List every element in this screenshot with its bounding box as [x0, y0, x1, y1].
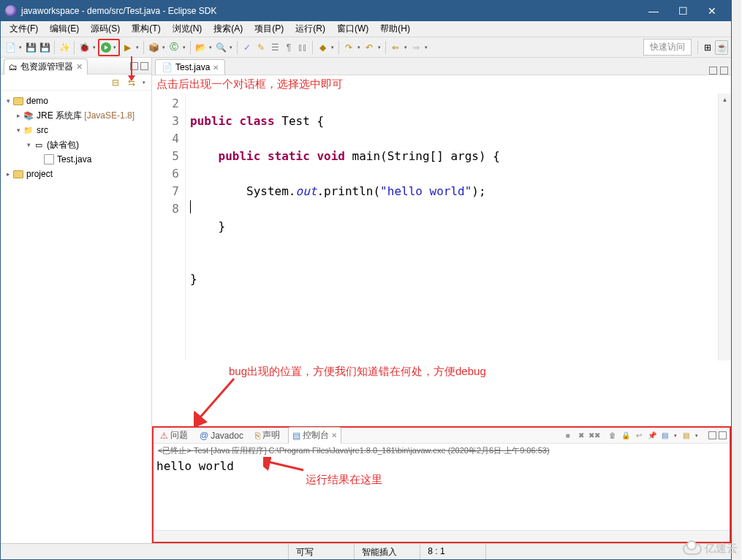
back-icon[interactable]: ⇐ — [389, 40, 402, 55]
package-explorer-tab[interactable]: 🗂 包资源管理器 ✕ — [4, 58, 88, 75]
code-editor[interactable]: 2345678 public class Test { public stati… — [152, 94, 731, 360]
java-file-icon — [43, 154, 55, 165]
annotation-arrow-to-tabs — [194, 377, 238, 428]
tab-console[interactable]: ▤控制台✕ — [288, 427, 341, 444]
toggle-mark-icon[interactable]: ✎ — [254, 40, 268, 55]
minimize-button[interactable]: — — [639, 1, 668, 21]
perspective-open-icon[interactable]: ⊞ — [701, 40, 714, 55]
open-console-icon[interactable]: ▤ — [681, 430, 692, 441]
tree-project-project[interactable]: ▸project — [2, 167, 150, 181]
minimize-icon[interactable] — [708, 431, 716, 439]
debug-dd[interactable]: ▾ — [91, 45, 97, 50]
tree-test-java[interactable]: Test.java — [2, 152, 150, 167]
tree-project-demo[interactable]: ▾demo — [2, 94, 150, 108]
save-all-icon[interactable]: 💾 — [38, 40, 51, 55]
clear-console-icon[interactable]: 🗑 — [607, 430, 618, 441]
forward-icon[interactable]: ⇒ — [409, 40, 423, 55]
new-dd[interactable]: ▾ — [18, 45, 23, 50]
menu-run[interactable]: 运行(R) — [289, 21, 331, 37]
maximize-icon[interactable] — [719, 431, 727, 439]
java-file-icon: 📄 — [162, 62, 173, 72]
new-class-icon[interactable]: Ⓒ — [167, 40, 181, 55]
scroll-up-icon[interactable]: ▲ — [719, 94, 731, 105]
watermark: 亿速云 — [683, 542, 738, 556]
window-title: javaworkspace - demo/src/Test.java - Ecl… — [21, 6, 639, 16]
title-bar: javaworkspace - demo/src/Test.java - Ecl… — [1, 1, 731, 21]
bottom-tabs: ⚠问题 @Javadoc ⎘声明 ▤控制台✕ ■ ✖ ✖✖ 🗑 🔒 ↩ 📌 ▤▾ — [154, 428, 730, 444]
scroll-lock-icon[interactable]: 🔒 — [620, 430, 631, 441]
cursor — [190, 200, 191, 213]
tab-javadoc[interactable]: @Javadoc — [196, 429, 247, 442]
minimize-icon[interactable] — [709, 67, 717, 75]
console-output[interactable]: hello world — [154, 458, 730, 530]
menu-project[interactable]: 项目(P) — [249, 21, 289, 37]
run-button-highlight: ▾ — [98, 39, 120, 56]
open-type-icon[interactable]: 📂 — [194, 40, 207, 55]
menu-file[interactable]: 文件(F) — [4, 21, 44, 37]
tree-jre-library[interactable]: ▸📚JRE 系统库 [JavaSE-1.8] — [2, 108, 150, 123]
main-area: 🗂 包资源管理器 ✕ ⊟ ⇆ ▾ ▾demo ▸📚JRE 系统库 [JavaSE… — [1, 58, 731, 543]
tree-src-folder[interactable]: ▾📁src — [2, 123, 150, 137]
toolbar: 📄▾ 💾 💾 ✨ 🐞▾ ▾ ▶▾ 📦▾ Ⓒ▾ 📂▾ 🔍▾ ✓ ✎ ☰ ¶ ⫿⫿ … — [1, 37, 731, 58]
terminate-icon[interactable]: ■ — [562, 430, 573, 441]
menu-edit[interactable]: 编辑(E) — [44, 21, 85, 37]
debug-icon[interactable]: 🐞 — [77, 40, 91, 55]
code-content[interactable]: public class Test { public static void m… — [186, 94, 718, 360]
close-icon[interactable]: ✕ — [76, 62, 83, 72]
new-icon[interactable]: 📄 — [4, 40, 17, 55]
menu-bar: 文件(F) 编辑(E) 源码(S) 重构(T) 浏览(N) 搜索(A) 项目(P… — [1, 21, 731, 37]
status-writable: 可写 — [289, 544, 355, 559]
next-annotation-icon[interactable]: ↷ — [342, 40, 355, 55]
vertical-scrollbar[interactable]: ▲ — [718, 94, 731, 360]
menu-help[interactable]: 帮助(H) — [374, 21, 416, 37]
package-explorer-icon: 🗂 — [9, 62, 18, 72]
coverage-icon[interactable]: ▶ — [121, 40, 134, 55]
display-selected-icon[interactable]: ▤ — [659, 430, 670, 441]
view-menu-icon[interactable]: ▾ — [141, 80, 147, 86]
horizontal-scrollbar[interactable] — [154, 530, 730, 542]
task-icon[interactable]: ✓ — [241, 40, 254, 55]
quick-access[interactable]: 快速访问 — [643, 39, 692, 56]
show-whitespace-icon[interactable]: ¶ — [282, 40, 295, 55]
svg-line-1 — [198, 379, 234, 420]
menu-navigate[interactable]: 浏览(N) — [167, 21, 208, 37]
toggle-block-icon[interactable]: ☰ — [268, 40, 281, 55]
problems-icon: ⚠ — [160, 431, 168, 441]
close-icon[interactable]: ✕ — [331, 431, 337, 439]
prev-annotation-icon[interactable]: ↶ — [363, 40, 376, 55]
save-icon[interactable]: 💾 — [24, 40, 37, 55]
close-icon[interactable]: ✕ — [213, 64, 219, 72]
tree-default-package[interactable]: ▾▭(缺省包) — [2, 137, 150, 152]
maximize-button[interactable]: ☐ — [668, 1, 697, 21]
svg-line-3 — [266, 461, 303, 470]
new-pkg-icon[interactable]: 📦 — [147, 40, 160, 55]
menu-window[interactable]: 窗口(W) — [331, 21, 374, 37]
eclipse-icon — [5, 5, 17, 17]
collapse-all-icon[interactable]: ⊟ — [109, 75, 122, 90]
editor-tab-test[interactable]: 📄 Test.java ✕ — [155, 59, 225, 75]
menu-refactor[interactable]: 重构(T) — [126, 21, 166, 37]
pin-console-icon[interactable]: 📌 — [646, 430, 657, 441]
run-button[interactable] — [100, 40, 112, 55]
line-numbers: 2345678 — [152, 94, 186, 360]
search-icon[interactable]: 🔍 — [214, 40, 227, 55]
status-bar: 可写 智能插入 8 : 1 — [1, 543, 731, 559]
remove-launch-icon[interactable]: ✖ — [575, 430, 586, 441]
nav-icon[interactable]: ◆ — [316, 40, 329, 55]
tab-problems[interactable]: ⚠问题 — [156, 428, 192, 443]
java-perspective-icon[interactable]: ☕ — [715, 40, 728, 55]
wand-icon[interactable]: ✨ — [58, 40, 71, 55]
menu-source[interactable]: 源码(S) — [85, 21, 126, 37]
remove-all-icon[interactable]: ✖✖ — [588, 430, 599, 441]
close-button[interactable]: ✕ — [697, 1, 727, 21]
run-dd[interactable]: ▾ — [112, 45, 118, 50]
maximize-icon[interactable] — [720, 67, 728, 75]
right-sash[interactable] — [732, 0, 741, 560]
toggle-breadcrumb-icon[interactable]: ⫿⫿ — [296, 40, 309, 55]
menu-search[interactable]: 搜索(A) — [208, 21, 249, 37]
project-tree: ▾demo ▸📚JRE 系统库 [JavaSE-1.8] ▾📁src ▾▭(缺省… — [1, 91, 151, 543]
maximize-view-icon[interactable] — [140, 62, 148, 70]
project-icon — [12, 168, 24, 180]
word-wrap-icon[interactable]: ↩ — [633, 430, 644, 441]
tab-declaration[interactable]: ⎘声明 — [251, 428, 284, 443]
